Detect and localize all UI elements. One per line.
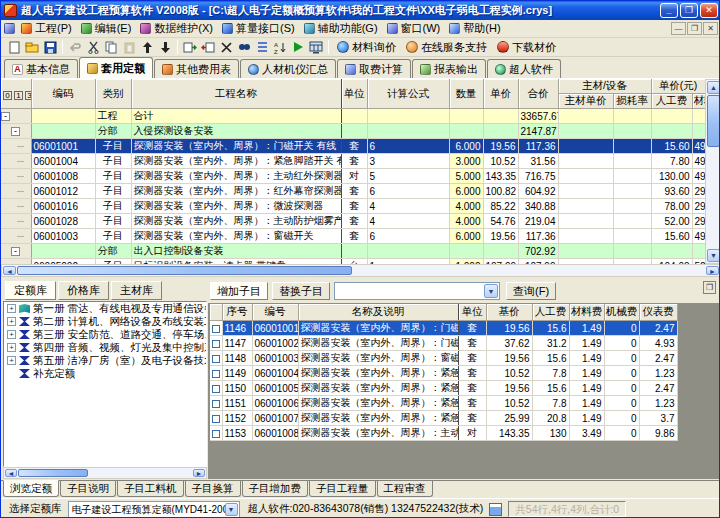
cell-instrument[interactable]: 4.93: [639, 336, 677, 351]
cell-code[interactable]: 06001016: [31, 199, 95, 214]
checkbox-cell[interactable]: [210, 351, 222, 366]
undo-icon[interactable]: [66, 39, 84, 56]
table-row[interactable]: 114806001003探测器安装（室内外、周界）：窗磁开关套19.5615.6…: [210, 351, 677, 366]
table-row[interactable]: 06001001子目探测器安装（室内外、周界）：门磁开关 有线套66.00019…: [1, 139, 705, 154]
row-checkbox[interactable]: [212, 385, 220, 393]
cell-category[interactable]: 分部: [95, 244, 131, 259]
cell-seq[interactable]: 1152: [222, 411, 252, 426]
cell-seq[interactable]: 1153: [222, 426, 252, 441]
expand-icon[interactable]: +: [7, 356, 16, 365]
cell-base-price[interactable]: 19.56: [486, 321, 532, 336]
cell-qty[interactable]: 5.000: [449, 169, 483, 184]
cell-loss-rate[interactable]: [613, 124, 651, 139]
cell-instrument[interactable]: 3.7: [639, 411, 677, 426]
download-price-button[interactable]: 下载材价: [492, 39, 561, 56]
menu-help[interactable]: 帮助(H): [446, 21, 506, 37]
cell-code[interactable]: 06001006: [252, 396, 298, 411]
cell-main-material-price[interactable]: [558, 169, 613, 184]
cell-code[interactable]: 06001005: [252, 381, 298, 396]
cell-name[interactable]: 探测器安装（室内外、周界）：门磁开关 有线: [131, 139, 341, 154]
cell-unit[interactable]: 套: [458, 411, 486, 426]
cell-loss-rate[interactable]: [613, 154, 651, 169]
cell-name[interactable]: 探测器安装（室内外、周界）：紧急脚踏开关: [298, 381, 458, 396]
cell-machine[interactable]: 0: [604, 411, 639, 426]
library-tab-price[interactable]: 价格库: [58, 281, 109, 300]
cell-labor[interactable]: 15.6: [532, 351, 569, 366]
cell-loss-rate[interactable]: [613, 169, 651, 184]
col-header-material-cost[interactable]: 材料费: [692, 94, 705, 109]
cell-loss-rate[interactable]: [613, 184, 651, 199]
close-button[interactable]: ✕: [700, 3, 718, 18]
cell-formula[interactable]: [367, 244, 449, 259]
search-combo[interactable]: ▼: [334, 282, 500, 300]
cell-seq[interactable]: 1151: [222, 396, 252, 411]
list-icon[interactable]: [253, 39, 271, 56]
collapse-icon[interactable]: -: [11, 247, 20, 256]
col-header-machine[interactable]: 机械费: [604, 304, 639, 321]
cell-unit[interactable]: [341, 109, 367, 124]
cell-material-cost[interactable]: 29: [692, 184, 705, 199]
mdi-close-button[interactable]: ✕: [703, 22, 718, 35]
new-file-icon[interactable]: [5, 39, 23, 56]
scroll-right-icon[interactable]: ►: [193, 469, 205, 477]
col-header-loss-rate[interactable]: 损耗率: [613, 94, 651, 109]
col-group-main-material[interactable]: 主材/设备: [558, 79, 651, 94]
cell-qty[interactable]: 4.000: [449, 214, 483, 229]
cell-labor-cost[interactable]: [651, 244, 692, 259]
cell-material-cost[interactable]: 49: [692, 139, 705, 154]
report-icon[interactable]: [307, 39, 325, 56]
cell-material-cost[interactable]: 49: [692, 229, 705, 244]
cell-code[interactable]: [31, 244, 95, 259]
bottomtab-item-description[interactable]: 子目说明: [60, 481, 116, 497]
cell-unit[interactable]: 套: [341, 229, 367, 244]
outline-cell[interactable]: -: [1, 244, 31, 259]
outline-cell[interactable]: -: [1, 109, 31, 124]
table-row[interactable]: 114906001004探测器安装（室内外、周界）：紧急脚踏开关套10.527.…: [210, 366, 677, 381]
menu-project[interactable]: 工程(P): [18, 21, 78, 37]
cell-material-cost[interactable]: 49: [692, 154, 705, 169]
chevron-down-icon[interactable]: ▼: [225, 503, 238, 516]
col-header-total[interactable]: 合价: [518, 79, 558, 109]
cell-name[interactable]: 探测器安装（室内外、周界）：紧急脚踏开关: [298, 366, 458, 381]
table-row[interactable]: 06001008子目探测器安装（室内外、周界）：主动红外探测器(对)对55.00…: [1, 169, 705, 184]
cell-seq[interactable]: 1150: [222, 381, 252, 396]
replace-subitem-button[interactable]: 替换子目: [272, 282, 330, 300]
cell-instrument[interactable]: 1.23: [639, 366, 677, 381]
cell-unit[interactable]: 套: [341, 184, 367, 199]
cell-unit[interactable]: 套: [458, 366, 486, 381]
col-header-price[interactable]: 单价: [483, 79, 518, 109]
move-up-icon[interactable]: [138, 39, 156, 56]
checkbox-cell[interactable]: [210, 336, 222, 351]
row-checkbox[interactable]: [212, 415, 220, 423]
cell-code[interactable]: 06001001: [252, 321, 298, 336]
cell-material[interactable]: 1.49: [569, 351, 604, 366]
col-group-unit-price[interactable]: 单价(元): [651, 79, 705, 94]
cell-machine[interactable]: 0: [604, 396, 639, 411]
outline-cell[interactable]: [1, 214, 31, 229]
cell-qty[interactable]: 4.000: [449, 199, 483, 214]
cell-labor[interactable]: 7.8: [532, 366, 569, 381]
cell-formula[interactable]: 6: [367, 139, 449, 154]
cell-instrument[interactable]: 2.47: [639, 381, 677, 396]
table-row[interactable]: 115006001005探测器安装（室内外、周界）：紧急脚踏开关套19.5615…: [210, 381, 677, 396]
cell-formula[interactable]: 6: [367, 184, 449, 199]
outline-cell[interactable]: [1, 154, 31, 169]
cell-material[interactable]: 3.49: [569, 426, 604, 441]
cell-price[interactable]: 143.35: [483, 169, 518, 184]
cell-loss-rate[interactable]: [613, 229, 651, 244]
cell-unit[interactable]: 套: [458, 396, 486, 411]
checkbox-cell[interactable]: [210, 366, 222, 381]
table-row[interactable]: 115306001008探测器安装（室内外、周界）：主动红外探测器对143.35…: [210, 426, 677, 441]
col-header-code[interactable]: 编号: [252, 304, 298, 321]
cell-instrument[interactable]: 2.47: [639, 321, 677, 336]
scroll-down-icon[interactable]: ▼: [707, 249, 720, 262]
cell-name[interactable]: 探测器安装（室内外、周界）：紧急脚踏开关 有线: [131, 154, 341, 169]
cell-name[interactable]: 探测器安装（室内外、周界）：门磁开关: [298, 321, 458, 336]
table-row[interactable]: 06001003子目探测器安装（室内外、周界）：窗磁开关套66.00019.56…: [1, 229, 705, 244]
upper-vscroll-thumb[interactable]: [707, 95, 720, 147]
cell-code[interactable]: 06001008: [31, 169, 95, 184]
cell-main-material-price[interactable]: [558, 199, 613, 214]
cell-name[interactable]: 探测器安装（室内外、周界）：主动红外探测器: [298, 426, 458, 441]
row-checkbox[interactable]: [212, 430, 220, 438]
row-checkbox[interactable]: [212, 340, 220, 348]
